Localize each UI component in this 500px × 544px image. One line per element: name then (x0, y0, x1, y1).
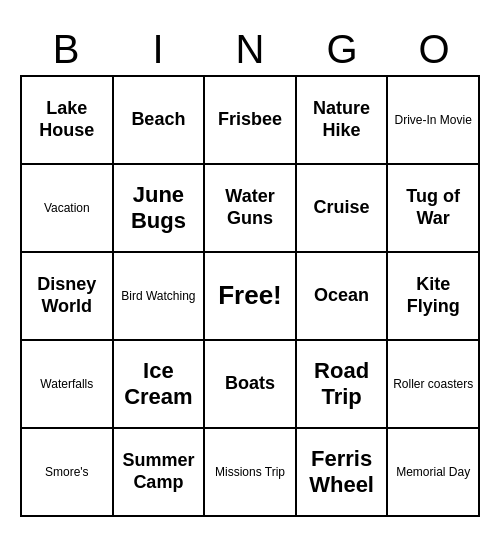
bingo-cell: Road Trip (297, 341, 389, 429)
bingo-cell: Lake House (22, 77, 114, 165)
bingo-cell: Kite Flying (388, 253, 480, 341)
bingo-cell: Roller coasters (388, 341, 480, 429)
bingo-cell: Beach (114, 77, 206, 165)
bingo-cell: Boats (205, 341, 297, 429)
bingo-letter: O (388, 27, 480, 71)
bingo-cell: Water Guns (205, 165, 297, 253)
bingo-letter: N (204, 27, 296, 71)
bingo-cell: Missions Trip (205, 429, 297, 517)
bingo-cell: Bird Watching (114, 253, 206, 341)
bingo-cell: Memorial Day (388, 429, 480, 517)
bingo-cell: Nature Hike (297, 77, 389, 165)
bingo-cell: June Bugs (114, 165, 206, 253)
bingo-letter: I (112, 27, 204, 71)
bingo-card: BINGO Lake HouseBeachFrisbeeNature HikeD… (10, 17, 490, 527)
bingo-grid: Lake HouseBeachFrisbeeNature HikeDrive-I… (20, 75, 480, 517)
bingo-cell: Ocean (297, 253, 389, 341)
bingo-cell: Ice Cream (114, 341, 206, 429)
bingo-cell: Cruise (297, 165, 389, 253)
bingo-cell: Vacation (22, 165, 114, 253)
bingo-cell: Disney World (22, 253, 114, 341)
bingo-cell: Ferris Wheel (297, 429, 389, 517)
bingo-cell: Frisbee (205, 77, 297, 165)
bingo-letter: B (20, 27, 112, 71)
bingo-cell: Drive-In Movie (388, 77, 480, 165)
bingo-cell: Tug of War (388, 165, 480, 253)
bingo-cell: Smore's (22, 429, 114, 517)
bingo-cell: Waterfalls (22, 341, 114, 429)
bingo-cell: Summer Camp (114, 429, 206, 517)
bingo-cell: Free! (205, 253, 297, 341)
bingo-header: BINGO (20, 27, 480, 71)
bingo-letter: G (296, 27, 388, 71)
